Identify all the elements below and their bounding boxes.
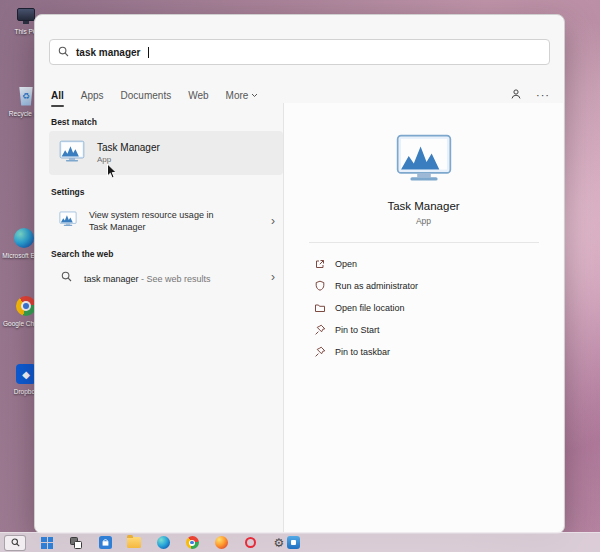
edge-icon xyxy=(12,226,36,250)
task-manager-app-icon xyxy=(59,140,85,167)
chevron-right-icon[interactable]: › xyxy=(271,215,275,227)
windows-logo-icon xyxy=(41,537,53,549)
admin-shield-icon xyxy=(314,280,326,292)
edge-icon xyxy=(157,536,170,549)
taskbar-chrome-button[interactable] xyxy=(184,535,200,550)
divider xyxy=(309,242,539,243)
search-icon xyxy=(61,268,72,286)
detail-panel-title: Task Manager xyxy=(387,200,459,212)
detail-panel: Task Manager App Open Run as administrat… xyxy=(283,103,563,532)
action-pin-to-start[interactable]: Pin to Start xyxy=(314,319,563,341)
search-icon xyxy=(58,43,69,61)
action-open[interactable]: Open xyxy=(314,253,563,275)
web-result-query: task manager xyxy=(84,274,139,284)
opera-icon xyxy=(245,537,256,548)
tray-app-icon[interactable] xyxy=(287,536,300,549)
taskbar-tray xyxy=(287,536,300,549)
chevron-right-icon[interactable]: › xyxy=(271,271,275,283)
result-title: Task Manager xyxy=(97,142,160,153)
settings-result-line2: Task Manager xyxy=(89,221,213,233)
tab-all[interactable]: All xyxy=(51,90,64,101)
result-web-search[interactable]: task manager - See web results › xyxy=(49,263,283,291)
task-view-icon xyxy=(70,537,82,549)
chrome-icon xyxy=(186,536,199,549)
gear-icon: ⚙ xyxy=(274,537,285,549)
folder-icon xyxy=(314,302,326,314)
search-icon xyxy=(11,538,20,547)
best-match-heading: Best match xyxy=(51,117,97,127)
desktop-screen: This PC ♻ Recycle Bin Microsoft Edge Goo… xyxy=(0,0,600,552)
task-manager-app-icon-large xyxy=(395,133,453,188)
tab-more[interactable]: More xyxy=(226,90,259,101)
action-open-file-location[interactable]: Open file location xyxy=(314,297,563,319)
search-query-text: task manager xyxy=(76,47,140,58)
open-icon xyxy=(314,258,326,270)
taskbar-task-view-button[interactable] xyxy=(68,535,84,550)
taskbar-settings-button[interactable]: ⚙ xyxy=(271,535,287,550)
store-icon xyxy=(99,536,112,549)
search-input[interactable]: task manager xyxy=(49,39,550,65)
chevron-down-icon xyxy=(251,93,258,98)
action-list: Open Run as administrator Open file loca… xyxy=(314,253,563,363)
taskbar-search-button[interactable] xyxy=(4,535,26,551)
search-flyout-window: task manager All Apps Documents Web More… xyxy=(34,14,565,534)
taskbar-firefox-button[interactable] xyxy=(213,535,229,550)
mouse-cursor xyxy=(106,163,118,184)
action-pin-to-taskbar[interactable]: Pin to taskbar xyxy=(314,341,563,363)
taskbar-start-button[interactable] xyxy=(39,535,55,550)
text-caret xyxy=(148,47,149,58)
pin-icon xyxy=(314,346,326,358)
pin-icon xyxy=(314,324,326,336)
search-the-web-heading: Search the web xyxy=(51,249,113,259)
tab-apps[interactable]: Apps xyxy=(81,90,104,101)
settings-heading: Settings xyxy=(51,187,85,197)
tab-documents[interactable]: Documents xyxy=(121,90,172,101)
web-result-suffix: - See web results xyxy=(139,274,211,284)
detail-panel-subtitle: App xyxy=(416,216,431,226)
action-run-as-administrator[interactable]: Run as administrator xyxy=(314,275,563,297)
task-manager-app-icon-small xyxy=(59,211,77,231)
taskbar-opera-button[interactable] xyxy=(242,535,258,550)
tab-web[interactable]: Web xyxy=(188,90,208,101)
result-task-manager[interactable]: Task Manager App xyxy=(49,131,283,175)
taskbar-store-button[interactable] xyxy=(97,535,113,550)
settings-result-line1: View system resource usage in xyxy=(89,209,213,221)
taskbar-file-explorer-button[interactable] xyxy=(126,535,142,550)
more-options-icon[interactable]: ··· xyxy=(536,89,550,101)
result-settings-resource-usage[interactable]: View system resource usage in Task Manag… xyxy=(49,201,283,241)
taskbar-edge-button[interactable] xyxy=(155,535,171,550)
search-filter-tabs: All Apps Documents Web More ··· xyxy=(51,85,550,105)
taskbar: ⚙ xyxy=(0,532,600,552)
file-explorer-icon xyxy=(127,537,141,548)
account-icon[interactable] xyxy=(510,86,522,104)
firefox-icon xyxy=(215,536,228,549)
